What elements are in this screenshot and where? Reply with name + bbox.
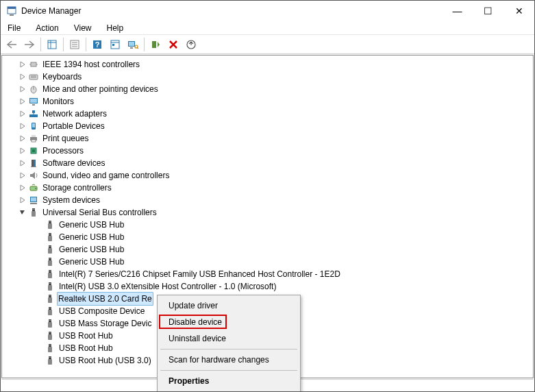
svg-rect-71 — [49, 258, 50, 259]
tree-category[interactable]: System devices — [2, 194, 533, 206]
tree-category[interactable]: Sound, video and game controllers — [2, 169, 533, 182]
expander-icon[interactable] — [18, 110, 27, 118]
tree-item[interactable]: Generic USB Hub — [2, 231, 533, 243]
expander-placeholder — [35, 319, 43, 328]
expander-placeholder — [35, 356, 43, 365]
tree-label: Generic USB Hub — [58, 219, 125, 231]
expander-icon[interactable] — [18, 184, 27, 192]
close-button[interactable]: ✕ — [503, 1, 534, 21]
expander-icon[interactable] — [18, 171, 27, 180]
tree-category[interactable]: Monitors — [2, 95, 533, 108]
tree-label: Network adapters — [42, 108, 108, 120]
svg-rect-47 — [31, 167, 36, 167]
expander-placeholder — [35, 307, 43, 315]
update-driver-button[interactable] — [183, 37, 199, 52]
tree-category[interactable]: Universal Serial Bus controllers — [2, 206, 533, 219]
svg-rect-103 — [49, 357, 50, 358]
svg-rect-95 — [49, 332, 50, 333]
svg-rect-91 — [49, 320, 50, 321]
properties-button[interactable] — [66, 37, 83, 52]
context-properties[interactable]: Properties — [159, 373, 299, 389]
tree-category[interactable]: Software devices — [2, 157, 533, 169]
expander-icon[interactable] — [18, 122, 27, 130]
tree-item[interactable]: Generic USB Hub — [2, 219, 533, 231]
expander-placeholder — [35, 270, 43, 278]
enable-button[interactable] — [147, 37, 164, 52]
svg-rect-33 — [30, 99, 37, 103]
network-icon — [28, 108, 39, 119]
tree-category[interactable]: Network adapters — [2, 108, 533, 120]
context-scan-hardware[interactable]: Scan for hardware changes — [159, 352, 299, 368]
tree-label: IEEE 1394 host controllers — [42, 58, 140, 71]
toolbar-separator — [40, 38, 41, 51]
show-hide-tree-button[interactable] — [44, 37, 60, 52]
svg-rect-79 — [49, 283, 50, 284]
usb-icon — [45, 343, 55, 354]
svg-rect-35 — [29, 114, 38, 117]
svg-rect-60 — [51, 221, 51, 222]
tree-item[interactable]: Intel(R) 7 Series/C216 Chipset Family US… — [2, 268, 533, 280]
menu-action[interactable]: Action — [33, 21, 61, 34]
expander-icon[interactable] — [18, 134, 27, 143]
expander-placeholder — [35, 245, 43, 254]
svg-rect-72 — [51, 258, 51, 259]
svg-rect-70 — [48, 260, 52, 266]
tree-label: Portable Devices — [42, 120, 105, 132]
tree-category[interactable]: Storage controllers — [2, 182, 533, 194]
menu-help[interactable]: Help — [104, 21, 127, 34]
context-menu: Update driver Disable device Uninstall d… — [157, 295, 301, 392]
tree-category[interactable]: Keyboards — [2, 71, 533, 83]
svg-rect-80 — [51, 283, 51, 284]
sound-icon — [28, 170, 39, 181]
tree-label: System devices — [42, 194, 101, 206]
usb-icon — [45, 306, 55, 317]
expander-icon[interactable] — [18, 208, 27, 217]
expander-icon[interactable] — [18, 159, 27, 167]
tree-category[interactable]: IEEE 1394 host controllers — [2, 58, 533, 71]
tree-item[interactable]: Generic USB Hub — [2, 243, 533, 256]
expander-icon[interactable] — [18, 73, 27, 81]
window-controls: — ☐ ✕ — [442, 1, 534, 21]
uninstall-button[interactable] — [165, 37, 182, 52]
svg-rect-14 — [112, 44, 114, 46]
menu-file[interactable]: File — [5, 21, 23, 34]
tree-category[interactable]: Portable Devices — [2, 120, 533, 132]
context-separator — [160, 349, 297, 350]
minimize-button[interactable]: — — [442, 1, 473, 21]
svg-rect-82 — [48, 297, 52, 303]
menu-view[interactable]: View — [71, 21, 95, 34]
svg-rect-104 — [51, 357, 51, 358]
maximize-button[interactable]: ☐ — [473, 1, 503, 21]
printer-icon — [28, 133, 39, 144]
toolbar-separator — [86, 38, 86, 51]
expander-icon[interactable] — [18, 60, 27, 69]
tree-category[interactable]: Mice and other pointing devices — [2, 83, 533, 95]
scan-hardware-button[interactable] — [125, 37, 141, 52]
context-uninstall-device[interactable]: Uninstall device — [159, 330, 299, 347]
expander-icon[interactable] — [18, 196, 27, 204]
context-disable-device[interactable]: Disable device — [159, 314, 299, 330]
help-button[interactable]: ? — [89, 37, 105, 52]
expander-icon[interactable] — [18, 97, 27, 106]
svg-rect-44 — [32, 149, 35, 152]
svg-rect-94 — [48, 334, 52, 340]
expander-icon[interactable] — [18, 147, 27, 155]
tree-label: Generic USB Hub — [58, 256, 125, 268]
tree-category[interactable]: Print queues — [2, 132, 533, 145]
svg-rect-12 — [111, 40, 119, 49]
tree-label: Storage controllers — [42, 182, 112, 194]
expander-icon[interactable] — [18, 85, 27, 93]
tree-label: Generic USB Hub — [58, 231, 125, 243]
tree-category[interactable]: Processors — [2, 145, 533, 157]
svg-rect-45 — [32, 160, 34, 167]
keyboard-icon — [28, 71, 39, 82]
svg-rect-90 — [48, 322, 52, 328]
context-update-driver[interactable]: Update driver — [159, 297, 299, 314]
expander-placeholder — [35, 295, 43, 303]
back-button[interactable] — [3, 37, 20, 52]
view-button[interactable] — [107, 37, 123, 52]
tree-item[interactable]: Intel(R) USB 3.0 eXtensible Host Control… — [2, 280, 533, 293]
forward-button[interactable] — [21, 37, 38, 52]
mouse-icon — [28, 84, 39, 95]
tree-item[interactable]: Generic USB Hub — [2, 256, 533, 268]
